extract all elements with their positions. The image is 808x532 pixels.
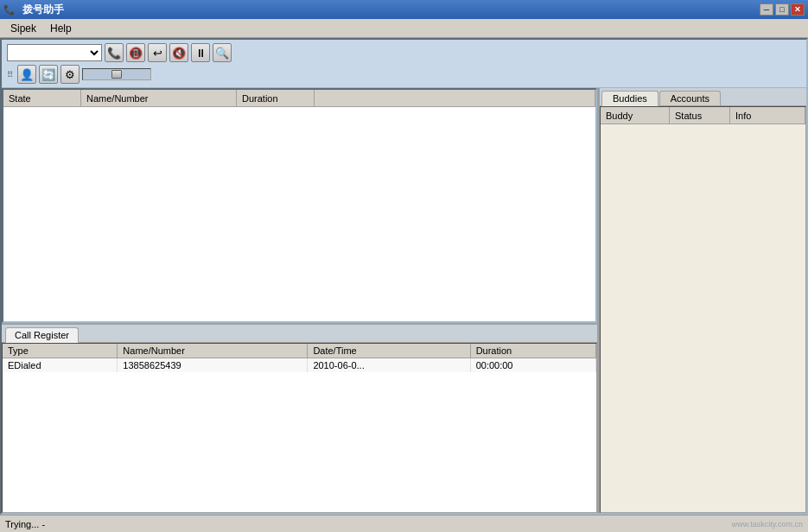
register-cell-2: 2010-06-0... — [308, 358, 470, 373]
titlebar-buttons: ─ □ ✕ — [760, 3, 805, 16]
add-buddy-btn[interactable]: 👤 — [17, 65, 36, 84]
watermark: www.taskcity.com.cn — [732, 520, 803, 529]
refresh-btn[interactable]: 🔄 — [39, 65, 58, 84]
register-cell-0: EDialed — [3, 358, 118, 373]
buddies-header-status: Status — [670, 107, 730, 124]
mute-btn[interactable]: 🔇 — [169, 43, 188, 62]
register-cell-1: 13858625439 — [118, 358, 308, 373]
calls-header-col-duration: Duration — [237, 90, 315, 106]
call-register-section: Call Register TypeName/NumberDate/TimeDu… — [2, 323, 597, 513]
menubar: SipekHelp — [0, 19, 808, 38]
register-thead: TypeName/NumberDate/TimeDuration — [3, 344, 596, 358]
register-table: TypeName/NumberDate/TimeDuration EDialed… — [3, 344, 596, 372]
register-tbody: EDialed138586254392010-06-0...00:00:00 — [3, 358, 596, 373]
tab-accounts[interactable]: Accounts — [659, 91, 721, 105]
toolbar-handle: ⠿ — [7, 70, 13, 79]
address-combo[interactable] — [7, 44, 102, 61]
menu-item-sipek[interactable]: Sipek — [3, 21, 43, 36]
calls-header: StateName/NumberDuration — [3, 90, 595, 107]
register-col-duration: Duration — [470, 344, 595, 358]
content-area: StateName/NumberDuration Call Register T… — [2, 88, 806, 513]
calls-body — [3, 107, 595, 321]
main-window: 📞📵↩🔇⏸🔍 ⠿ 👤🔄⚙ StateName/NumberDuration — [0, 38, 808, 515]
right-tabs: Buddies Accounts — [600, 88, 806, 106]
call-btn[interactable]: 📞 — [105, 43, 124, 62]
call-register-tab[interactable]: Call Register — [5, 327, 79, 343]
calls-header-col-state: State — [3, 90, 81, 106]
register-col-type: Type — [3, 344, 118, 358]
calls-header-col-extra — [315, 90, 595, 106]
buddies-header-info: Info — [730, 107, 805, 124]
call-register-tab-bar: Call Register — [2, 325, 597, 343]
tab-buddies[interactable]: Buddies — [601, 91, 658, 106]
close-button[interactable]: ✕ — [791, 3, 805, 16]
register-cell-3: 00:00:00 — [470, 358, 595, 373]
menu-item-help[interactable]: Help — [43, 21, 79, 36]
toolbar-row1: 📞📵↩🔇⏸🔍 — [7, 43, 801, 62]
minimize-button[interactable]: ─ — [760, 3, 773, 16]
right-panel: Buddies Accounts BuddyStatusInfo — [599, 88, 806, 513]
register-col-date-time: Date/Time — [308, 344, 470, 358]
statusbar: Trying... - — [0, 515, 808, 532]
calls-section: StateName/NumberDuration — [2, 88, 597, 323]
left-panel: StateName/NumberDuration Call Register T… — [2, 88, 599, 513]
hangup-btn[interactable]: 📵 — [126, 43, 145, 62]
register-col-name-number: Name/Number — [118, 344, 308, 358]
buddies-header: BuddyStatusInfo — [601, 107, 805, 124]
settings-btn[interactable]: ⚙ — [60, 65, 80, 84]
transfer-btn[interactable]: 🔍 — [213, 43, 232, 62]
statusbar-text: Trying... - — [5, 519, 45, 529]
toolbar-area: 📞📵↩🔇⏸🔍 ⠿ 👤🔄⚙ — [2, 40, 806, 88]
buddies-header-buddy: Buddy — [601, 107, 670, 124]
titlebar-title: 拨号助手 — [19, 3, 760, 17]
register-row[interactable]: EDialed138586254392010-06-0...00:00:00 — [3, 358, 596, 373]
volume-knob — [111, 70, 122, 79]
buddies-content: BuddyStatusInfo — [600, 106, 806, 513]
call-register-content: TypeName/NumberDate/TimeDuration EDialed… — [2, 343, 597, 513]
toolbar-row2: ⠿ 👤🔄⚙ — [7, 65, 801, 84]
redial-btn[interactable]: ↩ — [148, 43, 167, 62]
maximize-button[interactable]: □ — [775, 3, 789, 16]
calls-header-col-name: Name/Number — [81, 90, 237, 106]
hold-btn[interactable]: ⏸ — [191, 43, 210, 62]
title-icon: 📞 — [3, 4, 16, 16]
volume-slider-container — [82, 68, 151, 80]
titlebar: 📞 拨号助手 ─ □ ✕ — [0, 0, 808, 19]
volume-slider[interactable] — [82, 68, 151, 80]
